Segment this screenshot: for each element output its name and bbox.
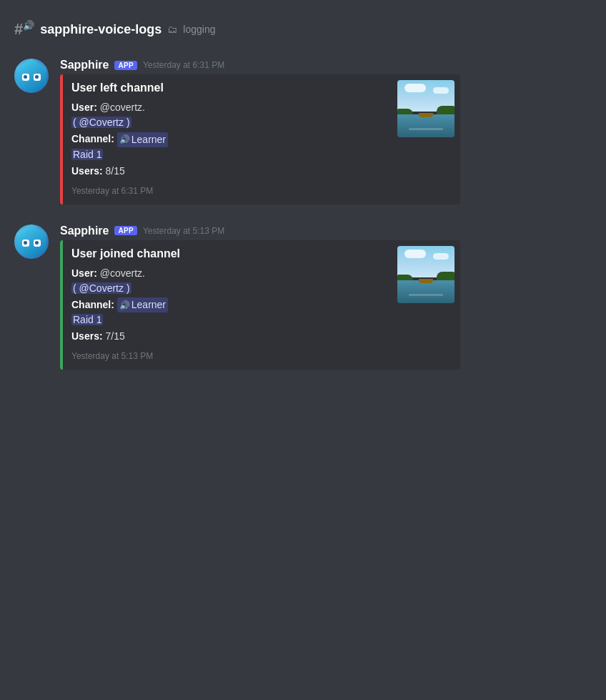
embed-label-users-1: Users: (71, 165, 103, 177)
app-badge-2: APP (114, 226, 136, 235)
thumb-cloud1-2 (404, 250, 426, 258)
embed-title-2: User joined channel (71, 247, 386, 260)
embed-body-2: User joined channel User: @covertz. ( @C… (63, 240, 397, 370)
message-group-1: Sapphire APP Yesterday at 6:31 PM User l… (0, 50, 606, 213)
embed-label-channel-2: Channel: (71, 299, 114, 310)
embed-footer-timestamp-2: Yesterday at 5:13 PM (71, 351, 386, 361)
bot-eyes-2 (22, 240, 41, 247)
embed-mention-2: ( @Covertz ) (71, 282, 131, 294)
embed-channel-mention-1: 🔊 Learner (117, 132, 168, 147)
thumb-cloud2-2 (433, 253, 449, 260)
embed-value-user-2: @covertz. (100, 267, 145, 279)
embed-fields-1: User: @covertz. ( @Covertz ) Channel: 🔊 … (71, 100, 386, 179)
embed-label-users-2: Users: (71, 330, 103, 342)
message-header-1: Sapphire APP Yesterday at 6:31 PM (60, 59, 592, 72)
bot-username-1: Sapphire (60, 59, 109, 72)
embed-field-users-2: Users: 7/15 (71, 329, 386, 344)
message-content-2: Sapphire APP Yesterday at 5:13 PM User j… (60, 225, 592, 370)
embed-field-channel-2: Channel: 🔊 Learner Raid 1 (71, 297, 386, 328)
app-badge-1: APP (114, 61, 136, 70)
embed-field-users-1: Users: 8/15 (71, 164, 386, 179)
embed-label-user-1: User: (71, 102, 97, 113)
channel-header: #🔊 sapphire-voice-logs 🗂 logging (0, 11, 606, 50)
embed-label-user-2: User: (71, 267, 97, 279)
channel-name: sapphire-voice-logs (40, 22, 162, 37)
bot-eye-right (34, 74, 41, 81)
embed-mention-1: ( @Covertz ) (71, 117, 131, 128)
avatar (14, 59, 49, 93)
thumbnail-image-2 (397, 246, 454, 303)
speaker-icon-1: 🔊 (119, 133, 130, 146)
embed-extra-2: Raid 1 (71, 314, 103, 325)
embed-channel-name-2: Learner (131, 297, 166, 312)
bot-eye-right-2 (34, 240, 41, 247)
bot-eye-left-2 (22, 240, 29, 247)
bot-avatar-shape (14, 59, 49, 93)
message-content-1: Sapphire APP Yesterday at 6:31 PM User l… (60, 59, 592, 204)
thumb-boat-2 (419, 279, 433, 283)
thumb-cloud2-1 (433, 87, 449, 94)
embed-field-user-2: User: @covertz. ( @Covertz ) (71, 266, 386, 296)
thumb-reflection-1 (409, 128, 443, 130)
category-icon: 🗂 (167, 24, 177, 35)
bot-username-2: Sapphire (60, 225, 109, 237)
thumb-cloud1-1 (404, 84, 426, 92)
message-group-2: Sapphire APP Yesterday at 5:13 PM User j… (0, 216, 606, 379)
embed-1: User left channel User: @covertz. ( @Cov… (60, 74, 460, 204)
embed-thumbnail-1 (397, 80, 454, 137)
thumb-boat-1 (419, 113, 433, 117)
bot-avatar-shape-2 (14, 225, 49, 259)
embed-title-1: User left channel (71, 82, 386, 94)
avatar-2 (14, 225, 49, 259)
embed-value-user-1: @covertz. (100, 102, 145, 113)
thumbnail-image-1 (397, 80, 454, 137)
embed-2: User joined channel User: @covertz. ( @C… (60, 240, 460, 370)
speaker-icon-2: 🔊 (119, 299, 130, 312)
embed-body-1: User left channel User: @covertz. ( @Cov… (63, 74, 397, 204)
bot-eye-left (22, 74, 29, 81)
embed-footer-timestamp-1: Yesterday at 6:31 PM (71, 186, 386, 196)
channel-category: logging (183, 24, 215, 35)
channel-hash-icon: #🔊 (14, 20, 34, 39)
embed-extra-1: Raid 1 (71, 149, 103, 160)
embed-field-channel-1: Channel: 🔊 Learner Raid 1 (71, 132, 386, 162)
embed-fields-2: User: @covertz. ( @Covertz ) Channel: 🔊 … (71, 266, 386, 345)
embed-label-channel-1: Channel: (71, 133, 114, 144)
thumb-reflection-2 (409, 294, 443, 296)
message-timestamp-1: Yesterday at 6:31 PM (143, 60, 224, 70)
embed-channel-name-1: Learner (131, 132, 166, 147)
embed-value-users-2: 7/15 (105, 330, 124, 342)
thumb-water-2 (397, 280, 454, 303)
message-timestamp-2: Yesterday at 5:13 PM (143, 226, 224, 236)
embed-field-user-1: User: @covertz. ( @Covertz ) (71, 100, 386, 130)
embed-thumbnail-2 (397, 246, 454, 303)
thumb-water-1 (397, 114, 454, 137)
message-header-2: Sapphire APP Yesterday at 5:13 PM (60, 225, 592, 237)
bot-eyes (22, 74, 41, 81)
embed-value-users-1: 8/15 (105, 165, 124, 177)
embed-channel-mention-2: 🔊 Learner (117, 297, 168, 312)
